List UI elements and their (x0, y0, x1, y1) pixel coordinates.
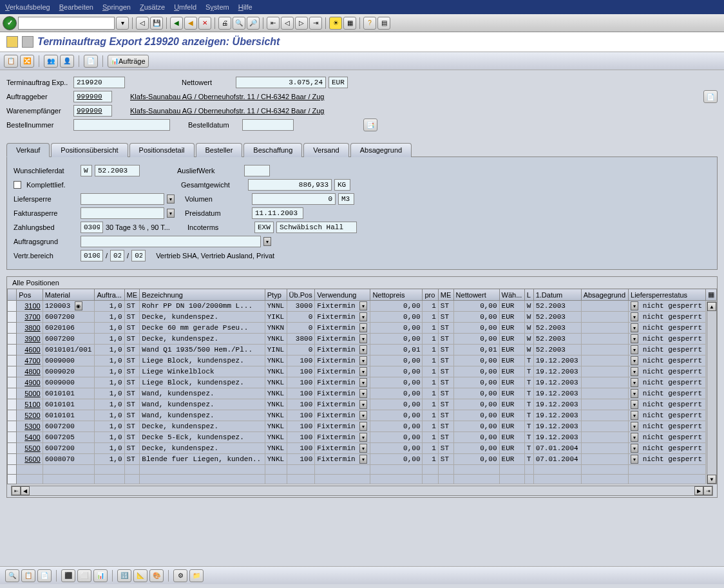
table-row[interactable]: 540060072051,0STDecke 5-Eck, kundenspez.… (8, 432, 717, 443)
tab-besteller[interactable]: Besteller (196, 143, 243, 157)
tab-positionsübersicht[interactable]: Positionsübersicht (51, 143, 128, 157)
menu-springen[interactable]: Springen (102, 3, 131, 11)
new-session-icon[interactable]: ☀ (329, 17, 342, 30)
column-header[interactable]: Bezeichnung (140, 289, 265, 301)
column-header[interactable]: Wäh... (499, 289, 524, 301)
column-header[interactable]: pro (423, 289, 438, 301)
find-next-icon[interactable]: 🔎 (247, 17, 260, 30)
tab-versand[interactable]: Versand (303, 143, 348, 157)
footer-btn-11[interactable]: 📁 (189, 569, 204, 582)
scroll-right-icon[interactable]: ▶ (694, 486, 703, 495)
liefersperre-input[interactable] (81, 193, 164, 205)
footer-btn-7[interactable]: 🔢 (117, 569, 131, 582)
column-header[interactable]: Material (43, 289, 95, 301)
preisdatum-input[interactable] (252, 207, 303, 219)
horizontal-scrollbar[interactable]: ⇤ ◀ ▶ ⇥ (11, 486, 713, 496)
column-header[interactable]: ME (124, 289, 140, 301)
next-page-icon[interactable]: ▷ (295, 17, 308, 30)
column-header[interactable]: Ptyp (265, 289, 287, 301)
wunschlieferdat-type[interactable] (81, 165, 92, 176)
tab-beschaffung[interactable]: Beschaffung (243, 143, 302, 157)
table-row[interactable]: 380060201061,0STDecke 60 mm gerade Pseu.… (8, 323, 717, 334)
cancel-icon[interactable]: ✕ (198, 17, 211, 30)
auftraggeber-link[interactable]: Klafs-Saunabau AG / Oberneuhofstr. 11 / … (130, 93, 324, 100)
scroll-last-icon[interactable]: ⇥ (703, 486, 712, 495)
print-icon[interactable]: 🖨 (218, 17, 231, 30)
prev-page-icon[interactable]: ◁ (281, 17, 294, 30)
wunschlieferdat-input[interactable] (95, 165, 140, 176)
fakturasperre-dropdown-icon[interactable]: ▾ (167, 209, 175, 218)
column-header[interactable]: Üb.Pos (287, 289, 315, 301)
footer-btn-10[interactable]: ⚙ (173, 569, 187, 582)
tab-positionsdetail[interactable]: Positionsdetail (129, 143, 195, 157)
zahlungsbed-code[interactable] (81, 222, 103, 233)
table-row[interactable]: 370060072001,0STDecke, kundenspez.YIKL0F… (8, 312, 717, 323)
auftragsgrund-input[interactable] (81, 236, 261, 247)
ausliefwerk-input[interactable] (244, 165, 270, 176)
save-icon[interactable]: 💾 (150, 17, 163, 30)
first-page-icon[interactable]: ⇤ (267, 17, 280, 30)
table-row[interactable]: 46006010101/0011,0STWand Q1 1935/500 Hem… (8, 345, 717, 356)
column-header[interactable]: Verwendung (315, 289, 370, 301)
table-row[interactable]: 520060101011,0STWand, kundenspez.YNKL100… (8, 410, 717, 421)
menu-hilfe[interactable]: Hilfe (238, 3, 252, 11)
warenempfaenger-link[interactable]: Klafs-Saunabau AG / Oberneuhofstr. 11 / … (130, 107, 324, 115)
footer-btn-5[interactable]: ⬜ (77, 569, 91, 582)
back-green-icon[interactable]: ◀ (170, 17, 183, 30)
toolbar-btn-1[interactable]: 📋 (4, 55, 18, 68)
toolbar-btn-2[interactable]: 🔀 (20, 55, 34, 68)
footer-btn-1[interactable]: 🔍 (5, 569, 19, 582)
exit-icon[interactable]: ◀ (184, 17, 197, 30)
toolbar-btn-4[interactable]: 👤 (60, 55, 74, 68)
dropdown-icon[interactable]: ▾ (116, 17, 129, 30)
footer-btn-2[interactable]: 📋 (21, 569, 35, 582)
column-header[interactable]: Pos (17, 289, 43, 301)
auftraggeber-input[interactable] (73, 91, 112, 102)
vertical-scrollbar[interactable]: ▲ ▼ (707, 301, 717, 484)
footer-btn-3[interactable]: 📄 (37, 569, 52, 582)
layout-icon[interactable]: ▤ (377, 17, 390, 30)
footer-btn-9[interactable]: 🎨 (149, 569, 164, 582)
incoterms-code[interactable] (254, 222, 274, 233)
table-row[interactable]: 470060090001,0STLiege Block, kundenspez.… (8, 356, 717, 366)
tab-absagegrund[interactable]: Absagegrund (350, 143, 412, 157)
search-help-icon[interactable]: ◉ (75, 301, 82, 310)
menu-zusaetze[interactable]: Zusätze (140, 3, 165, 11)
tab-verkauf[interactable]: Verkauf (6, 143, 50, 157)
column-header[interactable]: Liefersperrestatus (629, 289, 706, 301)
bestelldatum-input[interactable] (242, 119, 294, 131)
warenempfaenger-input[interactable] (73, 105, 112, 117)
enter-button[interactable]: ✓ (3, 16, 17, 30)
table-row[interactable]: 560060080701,0STBlende fuer Liegen, kund… (8, 454, 717, 465)
column-header[interactable]: 1.Datum (533, 289, 581, 301)
scroll-first-icon[interactable]: ⇤ (12, 486, 21, 495)
terminauftrag-input[interactable] (73, 77, 125, 88)
auftragsgrund-dropdown-icon[interactable]: ▾ (263, 237, 271, 246)
footer-btn-4[interactable]: ⬛ (61, 569, 75, 582)
footer-btn-8[interactable]: 📐 (133, 569, 148, 582)
table-row[interactable]: 510060101011,0STWand, kundenspez.YNKL100… (8, 399, 717, 410)
liefersperre-dropdown-icon[interactable]: ▾ (167, 194, 175, 204)
column-header[interactable]: Nettowert (453, 289, 499, 301)
table-row[interactable]: 500060101011,0STWand, kundenspez.YNKL100… (8, 388, 717, 399)
scroll-left-icon[interactable]: ◀ (21, 486, 30, 495)
menu-bearbeiten[interactable]: Bearbeiten (59, 3, 93, 11)
table-row[interactable]: 480060090201,0STLiege WinkelblockYNKL100… (8, 366, 717, 377)
table-row[interactable]: 3100120003 ◉1,0STRohr PP DN 100/2000mm L… (8, 301, 717, 312)
bestellung-detail-icon[interactable]: 📑 (363, 119, 377, 131)
shortcut-icon[interactable]: ▦ (343, 17, 356, 30)
vertrbereich-1[interactable] (81, 250, 103, 261)
column-header[interactable]: Nettopreis (370, 289, 423, 301)
help-icon[interactable]: ? (363, 17, 376, 30)
table-row[interactable]: 490060090001,0STLiege Block, kundenspez.… (8, 377, 717, 388)
partner-detail-icon[interactable]: 📄 (703, 90, 718, 103)
positions-table[interactable]: PosMaterialAuftra...MEBezeichnungPtypÜb.… (7, 289, 717, 484)
menu-system[interactable]: System (205, 3, 229, 11)
column-header[interactable]: Absagegrund (581, 289, 628, 301)
scroll-down-icon[interactable]: ▼ (707, 475, 716, 484)
fakturasperre-input[interactable] (81, 207, 164, 219)
toolbar-btn-3[interactable]: 👥 (44, 55, 58, 68)
column-header[interactable]: L (524, 289, 533, 301)
menu-umfeld[interactable]: Umfeld (174, 3, 196, 11)
vertrbereich-2[interactable] (110, 250, 124, 261)
